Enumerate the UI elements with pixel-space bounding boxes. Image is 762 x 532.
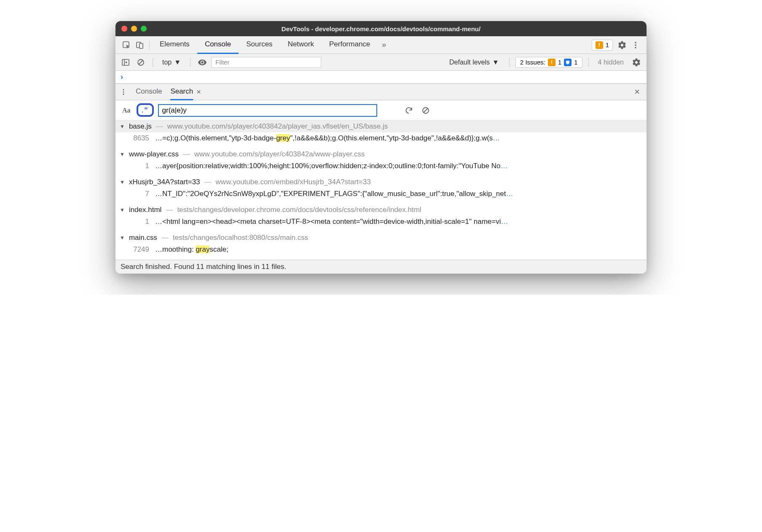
line-text: …moothing: grayscale;: [155, 245, 642, 254]
svg-point-3: [635, 42, 636, 43]
live-expressions-icon[interactable]: [196, 56, 208, 68]
tab-network[interactable]: Network: [280, 36, 322, 54]
file-name: xHusjrb_34A?start=33: [129, 178, 200, 186]
issue-info-count: 1: [574, 59, 577, 66]
file-group: ▼www-player.css—www.youtube.com/s/player…: [115, 148, 647, 176]
tab-sources[interactable]: Sources: [239, 36, 280, 54]
settings-icon[interactable]: [615, 38, 629, 52]
tab-elements[interactable]: Elements: [152, 36, 197, 54]
context-selector[interactable]: top ▼: [159, 59, 184, 66]
tab-performance[interactable]: Performance: [322, 36, 378, 54]
close-window-button[interactable]: [121, 26, 127, 32]
chevron-down-icon: ▼: [120, 151, 125, 157]
issues-badge[interactable]: ! 1: [592, 40, 613, 51]
minimize-window-button[interactable]: [131, 26, 137, 32]
close-tab-icon[interactable]: ×: [196, 88, 201, 97]
file-header[interactable]: ▼xHusjrb_34A?start=33—www.youtube.com/em…: [115, 176, 647, 188]
traffic-lights: [121, 26, 147, 32]
line-text: …NT_ID":"2OeQYs2rNcSnW8yxpLgD","EXPERIME…: [155, 190, 642, 198]
main-tabs-bar: Elements Console Sources Network Perform…: [115, 36, 647, 54]
result-line[interactable]: 7…NT_ID":"2OeQYs2rNcSnW8yxpLgD","EXPERIM…: [115, 188, 647, 204]
info-icon: [564, 59, 572, 66]
console-settings-icon[interactable]: [631, 56, 642, 68]
chevron-down-icon: ▼: [492, 59, 499, 66]
chevron-down-icon: ▼: [174, 59, 181, 66]
svg-point-10: [123, 94, 124, 95]
chevron-down-icon: ▼: [120, 179, 125, 185]
prompt-caret-icon: ›: [121, 73, 123, 81]
levels-label: Default levels: [449, 59, 490, 66]
close-drawer-icon[interactable]: ×: [632, 86, 642, 97]
kebab-menu-icon[interactable]: [629, 38, 642, 52]
file-name: www-player.css: [129, 150, 179, 159]
file-header[interactable]: ▼index.html—tests/changes/developer.chro…: [115, 204, 647, 216]
window-title: DevTools - developer.chrome.com/docs/dev…: [115, 25, 647, 32]
refresh-search-icon[interactable]: [402, 104, 415, 117]
hidden-count[interactable]: 4 hidden: [595, 59, 627, 66]
more-tabs-icon[interactable]: »: [378, 40, 390, 49]
filter-input[interactable]: [212, 57, 321, 68]
result-line[interactable]: 7249…moothing: grayscale;: [115, 244, 647, 260]
file-header[interactable]: ▼main.css—tests/changes/localhost:8080/c…: [115, 232, 647, 244]
svg-rect-2: [140, 43, 143, 48]
console-toolbar: top ▼ Default levels ▼ 2 Issues: ! 1 1 4…: [115, 54, 647, 71]
line-number: 1: [130, 218, 149, 226]
separator: —: [183, 150, 190, 159]
clear-search-icon[interactable]: [419, 104, 432, 117]
result-line[interactable]: 8635…=c);g.O(this.element,"ytp-3d-badge-…: [115, 132, 647, 148]
file-path: www.youtube.com/s/player/c403842a/player…: [167, 122, 388, 131]
log-levels-selector[interactable]: Default levels ▼: [445, 59, 503, 66]
issues-badge-count: 1: [606, 41, 609, 48]
clear-console-icon[interactable]: [135, 56, 147, 68]
devtools-window: DevTools - developer.chrome.com/docs/dev…: [115, 21, 647, 274]
file-path: www.youtube.com/s/player/c403842a/www-pl…: [194, 150, 365, 159]
chevron-down-icon: ▼: [120, 207, 125, 213]
separator: —: [161, 234, 169, 242]
file-header[interactable]: ▼base.js—www.youtube.com/s/player/c40384…: [115, 121, 647, 132]
file-name: main.css: [129, 234, 157, 242]
file-group: ▼main.css—tests/changes/localhost:8080/c…: [115, 232, 647, 260]
show-console-sidebar-icon[interactable]: [120, 56, 131, 68]
divider: [509, 58, 510, 67]
tab-console[interactable]: Console: [197, 36, 239, 54]
device-toolbar-icon[interactable]: [133, 38, 147, 52]
inspect-element-icon[interactable]: [120, 38, 133, 52]
svg-point-8: [123, 89, 124, 90]
svg-point-5: [635, 47, 636, 48]
context-label: top: [162, 59, 172, 66]
titlebar: DevTools - developer.chrome.com/docs/dev…: [115, 21, 647, 36]
drawer-tab-console[interactable]: Console: [136, 83, 162, 100]
file-group: ▼index.html—tests/changes/developer.chro…: [115, 204, 647, 232]
search-input[interactable]: [158, 104, 377, 117]
issues-summary[interactable]: 2 Issues: ! 1 1: [515, 57, 582, 68]
result-line[interactable]: 1…<html lang=en><head><meta charset=UTF-…: [115, 216, 647, 232]
issue-warning-count: 1: [558, 59, 561, 66]
maximize-window-button[interactable]: [141, 26, 147, 32]
file-path: www.youtube.com/embed/xHusjrb_34A?start=…: [216, 178, 371, 186]
search-results: ▼base.js—www.youtube.com/s/player/c40384…: [115, 121, 647, 260]
file-group: ▼xHusjrb_34A?start=33—www.youtube.com/em…: [115, 176, 647, 204]
warning-icon: !: [596, 41, 603, 49]
file-group: ▼base.js—www.youtube.com/s/player/c40384…: [115, 121, 647, 148]
line-number: 1: [130, 162, 149, 170]
drawer-kebab-icon[interactable]: [120, 88, 127, 96]
drawer-tab-search[interactable]: Search: [170, 83, 193, 100]
regex-toggle[interactable]: .*: [137, 103, 154, 117]
file-header[interactable]: ▼www-player.css—www.youtube.com/s/player…: [115, 148, 647, 160]
console-prompt[interactable]: ›: [115, 71, 647, 83]
warning-icon: !: [548, 59, 555, 66]
chevron-down-icon: ▼: [120, 235, 125, 241]
separator: —: [204, 178, 212, 186]
svg-point-4: [635, 44, 636, 46]
match-case-toggle[interactable]: Aa: [121, 106, 132, 115]
svg-point-9: [123, 91, 124, 92]
divider: [153, 58, 153, 67]
line-number: 8635: [130, 134, 149, 142]
divider: [588, 58, 589, 67]
issues-label: 2 Issues:: [520, 59, 545, 66]
result-line[interactable]: 1…ayer{position:relative;width:100%;heig…: [115, 160, 647, 176]
file-name: index.html: [129, 206, 161, 214]
divider: [149, 40, 150, 50]
line-number: 7: [130, 190, 149, 198]
file-path: tests/changes/localhost:8080/css/main.cs…: [173, 234, 308, 242]
